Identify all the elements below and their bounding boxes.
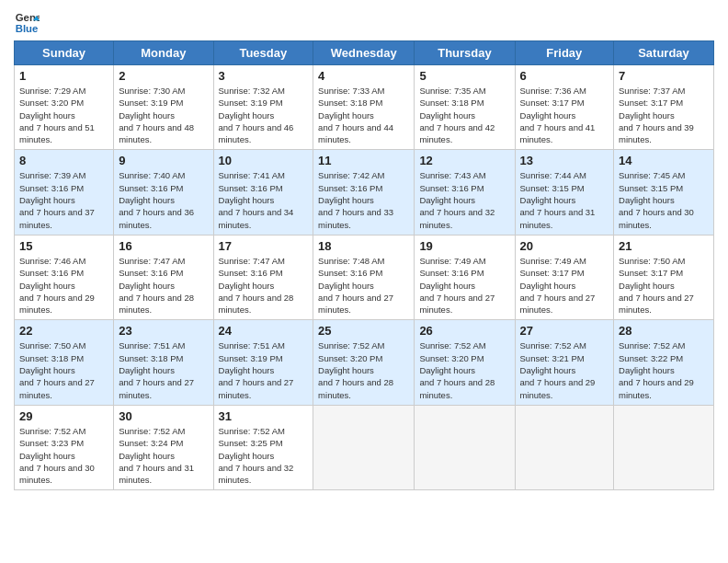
day-cell-29: 29Sunrise: 7:52 AMSunset: 3:23 PMDayligh… [15, 405, 114, 489]
day-info: Sunrise: 7:29 AMSunset: 3:20 PMDaylight … [19, 85, 108, 145]
day-number: 13 [520, 154, 609, 167]
day-cell-18: 18Sunrise: 7:48 AMSunset: 3:16 PMDayligh… [313, 235, 415, 319]
day-info: Sunrise: 7:50 AMSunset: 3:18 PMDaylight … [19, 339, 108, 400]
day-number: 16 [119, 239, 208, 253]
col-header-monday: Monday [114, 41, 213, 65]
col-header-wednesday: Wednesday [313, 41, 415, 65]
day-number: 22 [19, 324, 108, 338]
day-number: 28 [619, 324, 709, 338]
day-info: Sunrise: 7:51 AMSunset: 3:19 PMDaylight … [219, 339, 309, 400]
calendar-table: SundayMondayTuesdayWednesdayThursdayFrid… [14, 40, 714, 490]
day-cell-12: 12Sunrise: 7:43 AMSunset: 3:16 PMDayligh… [415, 150, 515, 235]
day-info: Sunrise: 7:52 AMSunset: 3:20 PMDaylight … [318, 339, 409, 400]
day-cell-16: 16Sunrise: 7:47 AMSunset: 3:16 PMDayligh… [114, 235, 213, 319]
empty-cell [313, 405, 415, 489]
day-info: Sunrise: 7:30 AMSunset: 3:19 PMDaylight … [119, 85, 208, 145]
day-info: Sunrise: 7:44 AMSunset: 3:15 PMDaylight … [520, 169, 609, 230]
col-header-sunday: Sunday [15, 41, 114, 65]
day-cell-17: 17Sunrise: 7:47 AMSunset: 3:16 PMDayligh… [213, 235, 313, 319]
day-number: 6 [520, 69, 609, 83]
day-info: Sunrise: 7:47 AMSunset: 3:16 PMDaylight … [219, 255, 309, 316]
day-cell-28: 28Sunrise: 7:52 AMSunset: 3:22 PMDayligh… [614, 320, 714, 405]
day-number: 12 [419, 154, 509, 167]
day-cell-6: 6Sunrise: 7:36 AMSunset: 3:17 PMDaylight… [515, 65, 614, 150]
day-cell-24: 24Sunrise: 7:51 AMSunset: 3:19 PMDayligh… [213, 320, 313, 405]
day-number: 29 [19, 409, 108, 423]
day-number: 5 [419, 69, 509, 83]
day-info: Sunrise: 7:46 AMSunset: 3:16 PMDaylight … [19, 255, 108, 316]
col-header-saturday: Saturday [614, 41, 714, 65]
day-info: Sunrise: 7:36 AMSunset: 3:17 PMDaylight … [520, 85, 609, 145]
day-cell-27: 27Sunrise: 7:52 AMSunset: 3:21 PMDayligh… [515, 320, 614, 405]
day-info: Sunrise: 7:32 AMSunset: 3:19 PMDaylight … [219, 85, 309, 145]
day-info: Sunrise: 7:49 AMSunset: 3:16 PMDaylight … [419, 255, 509, 316]
day-number: 11 [318, 154, 409, 167]
day-number: 23 [119, 324, 208, 338]
day-cell-13: 13Sunrise: 7:44 AMSunset: 3:15 PMDayligh… [515, 150, 614, 235]
day-cell-23: 23Sunrise: 7:51 AMSunset: 3:18 PMDayligh… [114, 320, 213, 405]
day-number: 3 [219, 69, 309, 83]
day-number: 20 [520, 239, 609, 253]
day-number: 10 [219, 154, 309, 167]
day-cell-20: 20Sunrise: 7:49 AMSunset: 3:17 PMDayligh… [515, 235, 614, 319]
day-number: 26 [419, 324, 509, 338]
day-info: Sunrise: 7:52 AMSunset: 3:22 PMDaylight … [619, 339, 709, 400]
day-number: 7 [619, 69, 709, 83]
logo: General Blue [14, 9, 43, 35]
day-number: 24 [219, 324, 309, 338]
day-info: Sunrise: 7:35 AMSunset: 3:18 PMDaylight … [419, 85, 509, 145]
day-info: Sunrise: 7:48 AMSunset: 3:16 PMDaylight … [318, 255, 409, 316]
day-cell-21: 21Sunrise: 7:50 AMSunset: 3:17 PMDayligh… [614, 235, 714, 319]
day-number: 14 [619, 154, 709, 167]
day-info: Sunrise: 7:39 AMSunset: 3:16 PMDaylight … [19, 169, 108, 230]
col-header-thursday: Thursday [415, 41, 515, 65]
header: General Blue [14, 9, 714, 35]
header-row: SundayMondayTuesdayWednesdayThursdayFrid… [15, 41, 714, 65]
day-number: 9 [119, 154, 208, 167]
day-number: 18 [318, 239, 409, 253]
day-cell-15: 15Sunrise: 7:46 AMSunset: 3:16 PMDayligh… [15, 235, 114, 319]
day-cell-26: 26Sunrise: 7:52 AMSunset: 3:20 PMDayligh… [415, 320, 515, 405]
day-number: 25 [318, 324, 409, 338]
day-cell-8: 8Sunrise: 7:39 AMSunset: 3:16 PMDaylight… [15, 150, 114, 235]
day-number: 1 [19, 69, 108, 83]
day-info: Sunrise: 7:47 AMSunset: 3:16 PMDaylight … [119, 255, 208, 316]
day-cell-10: 10Sunrise: 7:41 AMSunset: 3:16 PMDayligh… [213, 150, 313, 235]
day-info: Sunrise: 7:52 AMSunset: 3:24 PMDaylight … [119, 425, 208, 486]
day-cell-4: 4Sunrise: 7:33 AMSunset: 3:18 PMDaylight… [313, 65, 415, 150]
day-info: Sunrise: 7:41 AMSunset: 3:16 PMDaylight … [219, 169, 309, 230]
day-info: Sunrise: 7:52 AMSunset: 3:25 PMDaylight … [219, 425, 309, 486]
logo-icon: General Blue [14, 9, 40, 35]
day-number: 31 [219, 409, 309, 423]
day-cell-7: 7Sunrise: 7:37 AMSunset: 3:17 PMDaylight… [614, 65, 714, 150]
day-info: Sunrise: 7:45 AMSunset: 3:15 PMDaylight … [619, 169, 709, 230]
day-info: Sunrise: 7:40 AMSunset: 3:16 PMDaylight … [119, 169, 208, 230]
day-info: Sunrise: 7:42 AMSunset: 3:16 PMDaylight … [318, 169, 409, 230]
day-cell-25: 25Sunrise: 7:52 AMSunset: 3:20 PMDayligh… [313, 320, 415, 405]
day-number: 4 [318, 69, 409, 83]
day-cell-19: 19Sunrise: 7:49 AMSunset: 3:16 PMDayligh… [415, 235, 515, 319]
calendar-page: General Blue SundayMondayTuesdayWednesda… [0, 0, 728, 504]
day-number: 19 [419, 239, 509, 253]
day-info: Sunrise: 7:52 AMSunset: 3:23 PMDaylight … [19, 425, 108, 486]
day-cell-1: 1Sunrise: 7:29 AMSunset: 3:20 PMDaylight… [15, 65, 114, 150]
day-cell-14: 14Sunrise: 7:45 AMSunset: 3:15 PMDayligh… [614, 150, 714, 235]
day-cell-3: 3Sunrise: 7:32 AMSunset: 3:19 PMDaylight… [213, 65, 313, 150]
day-number: 27 [520, 324, 609, 338]
col-header-friday: Friday [515, 41, 614, 65]
day-info: Sunrise: 7:37 AMSunset: 3:17 PMDaylight … [619, 85, 709, 145]
day-cell-11: 11Sunrise: 7:42 AMSunset: 3:16 PMDayligh… [313, 150, 415, 235]
empty-cell [515, 405, 614, 489]
svg-text:Blue: Blue [16, 23, 39, 34]
day-cell-22: 22Sunrise: 7:50 AMSunset: 3:18 PMDayligh… [15, 320, 114, 405]
day-info: Sunrise: 7:50 AMSunset: 3:17 PMDaylight … [619, 255, 709, 316]
day-cell-9: 9Sunrise: 7:40 AMSunset: 3:16 PMDaylight… [114, 150, 213, 235]
day-cell-2: 2Sunrise: 7:30 AMSunset: 3:19 PMDaylight… [114, 65, 213, 150]
day-number: 17 [219, 239, 309, 253]
col-header-tuesday: Tuesday [213, 41, 313, 65]
day-cell-5: 5Sunrise: 7:35 AMSunset: 3:18 PMDaylight… [415, 65, 515, 150]
empty-cell [614, 405, 714, 489]
day-number: 30 [119, 409, 208, 423]
day-info: Sunrise: 7:33 AMSunset: 3:18 PMDaylight … [318, 85, 409, 145]
day-number: 2 [119, 69, 208, 83]
